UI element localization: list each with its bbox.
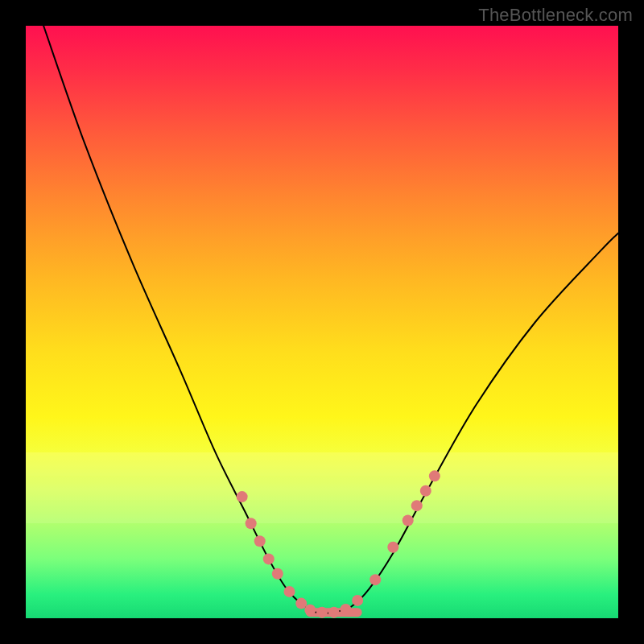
scatter-dot	[411, 500, 423, 511]
scatter-dot	[284, 586, 295, 597]
chart-svg	[26, 26, 618, 618]
scatter-dot	[254, 535, 266, 547]
chart-stage: TheBottleneck.com	[0, 0, 644, 644]
scatter-dot	[263, 553, 275, 564]
bottleneck-curve-line	[43, 26, 618, 613]
scatter-dot	[387, 542, 398, 553]
scatter-dot	[402, 515, 414, 526]
scatter-dot	[420, 485, 431, 497]
scatter-dot	[328, 607, 340, 618]
scatter-dot	[340, 604, 351, 615]
scatter-dot	[304, 605, 316, 616]
scatter-dot	[429, 470, 440, 481]
scatter-dot	[246, 518, 257, 529]
plot-area	[26, 26, 618, 618]
scatter-dot	[369, 574, 381, 585]
scatter-dot	[316, 607, 328, 618]
scatter-dot	[352, 595, 363, 606]
scatter-dots	[237, 470, 440, 617]
watermark-text: TheBottleneck.com	[478, 5, 633, 26]
scatter-dot	[237, 491, 248, 502]
scatter-dot	[272, 568, 283, 580]
